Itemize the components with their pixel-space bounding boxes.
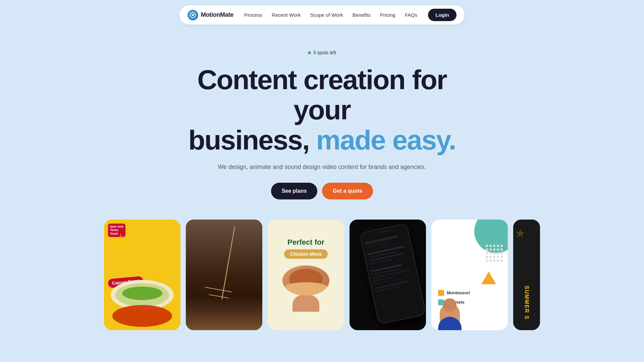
- card-texas-toast: New YorkTexasToast Caeser Toast: [104, 220, 180, 330]
- card-montessori: Montessori Magnets: [431, 220, 508, 330]
- nav-pricing[interactable]: Pricing: [380, 12, 395, 18]
- see-plans-button[interactable]: See plans: [271, 183, 318, 199]
- logo[interactable]: MotionMate: [187, 10, 233, 20]
- login-button[interactable]: Login: [428, 9, 457, 21]
- card-chicken-sublabel: Chicken Minis: [284, 249, 328, 259]
- get-quote-button[interactable]: Get a quote: [322, 183, 373, 199]
- spots-text: 5 spots left: [313, 50, 336, 55]
- svg-point-1: [192, 14, 194, 16]
- nav-links: Process Recent Work Scope of Work Benefi…: [244, 12, 417, 18]
- hero-title-line2-normal: business,: [188, 125, 309, 155]
- logo-text: MotionMate: [201, 11, 233, 18]
- card-summer: ★ SUMMER S: [513, 220, 540, 330]
- hero-title: Content creation for your business, made…: [171, 65, 473, 156]
- hero-subtitle: We design, animate and sound design vide…: [218, 164, 426, 171]
- navbar: MotionMate Process Recent Work Scope of …: [0, 0, 644, 30]
- green-dot-icon: [308, 51, 311, 54]
- nav-scope-of-work[interactable]: Scope of Work: [310, 12, 343, 18]
- logo-icon: [187, 10, 198, 20]
- portfolio-cards: New YorkTexasToast Caeser Toast: [0, 199, 644, 330]
- spots-badge: 5 spots left: [308, 50, 336, 55]
- nav-process[interactable]: Process: [244, 12, 262, 18]
- card-phone-mockup: [350, 220, 426, 330]
- hero-title-highlight: made easy.: [316, 125, 455, 155]
- hero-title-line1: Content creation for your: [197, 64, 447, 125]
- summer-text: SUMMER S: [524, 286, 530, 320]
- card-chicken-title: Perfect for: [287, 238, 324, 247]
- hero-section: 5 spots left Content creation for your b…: [0, 30, 644, 199]
- hero-buttons: See plans Get a quote: [271, 183, 373, 199]
- card-chicken-minis: Perfect for Chicken Minis: [268, 220, 344, 330]
- nav-faqs[interactable]: FAQs: [405, 12, 418, 18]
- nav-benefits[interactable]: Benefits: [353, 12, 371, 18]
- nav-recent-work[interactable]: Recent Work: [272, 12, 301, 18]
- card-pencil-photo: [186, 220, 262, 330]
